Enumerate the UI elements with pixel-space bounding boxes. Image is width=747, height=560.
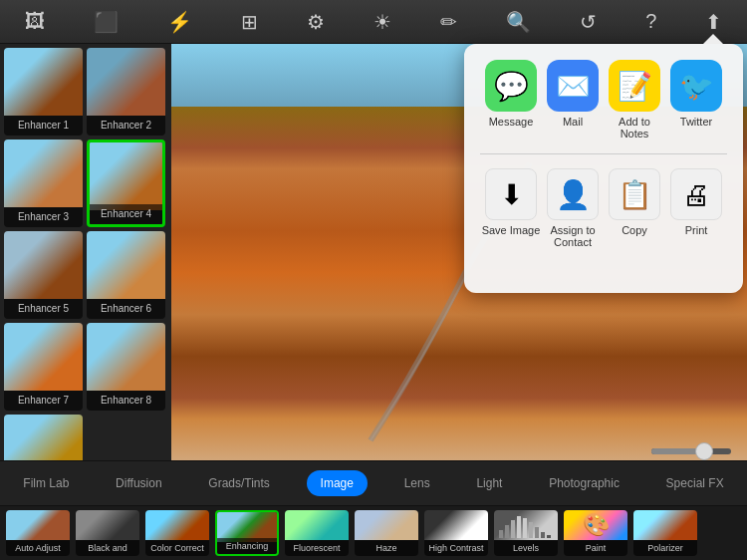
tab-photographic[interactable]: Photographic <box>539 470 629 496</box>
thumbnail-7[interactable]: Enhancer 7 <box>4 323 83 411</box>
share-assign-to-contact[interactable]: 👤Assign to Contact <box>543 168 603 248</box>
share-label2-0: Save Image <box>482 224 541 236</box>
search-icon[interactable]: 🔍 <box>500 10 537 34</box>
filter-label-2: Color Correct <box>145 540 209 556</box>
filter-label-9: Polarizer <box>633 540 697 556</box>
help-icon[interactable]: ? <box>639 10 662 33</box>
slider-track[interactable] <box>651 448 731 454</box>
share-save-image[interactable]: ⬇Save Image <box>481 168 541 248</box>
filter-label-1: Black and White <box>76 540 139 556</box>
popup-divider <box>480 153 727 154</box>
thumbnail-label-1: Enhancer 1 <box>4 116 83 136</box>
share-add-to-notes[interactable]: 📝Add to Notes <box>605 60 664 140</box>
filter-bg-7 <box>494 510 558 540</box>
toolbar: 🖼 ⬛ ⚡ ⊞ ⚙ ☀ ✏ 🔍 ↺ ? ⬆ <box>0 0 747 44</box>
filter-high-contrast[interactable]: High Contrast <box>424 510 488 556</box>
thumbnail-5[interactable]: Enhancer 5 <box>4 231 83 319</box>
filter-color-correct[interactable]: Color Correct <box>145 510 209 556</box>
slider-fill <box>651 448 699 454</box>
thumbnail-panel: Enhancer 1Enhancer 2Enhancer 3Enhancer 4… <box>0 44 171 462</box>
share-copy[interactable]: 📋Copy <box>605 168 664 248</box>
thumbnail-label-6: Enhancer 6 <box>87 299 165 319</box>
filter-fluorescent[interactable]: Fluorescent <box>285 510 349 556</box>
share-label-2: Add to Notes <box>605 116 664 140</box>
svg-rect-0 <box>499 530 503 538</box>
share-icon2-assign-to-contact: 👤 <box>547 168 599 220</box>
filter-paint[interactable]: 🎨Paint <box>564 510 627 556</box>
filter-haze[interactable]: Haze <box>355 510 418 556</box>
tab-diffusion[interactable]: Diffusion <box>106 470 171 496</box>
svg-rect-2 <box>511 520 515 538</box>
thumbnail-label-2: Enhancer 2 <box>87 116 165 136</box>
share-label2-3: Print <box>685 224 708 236</box>
filter-label-5: Haze <box>355 540 418 556</box>
filter-auto-adjust[interactable]: Auto Adjust <box>6 510 70 556</box>
filter-bg-8: 🎨 <box>564 510 627 540</box>
filter-polarizer[interactable]: Polarizer <box>633 510 697 556</box>
thumbnail-4[interactable]: Enhancer 4 <box>87 140 165 227</box>
share-icon-add-to-notes: 📝 <box>609 60 660 112</box>
share-icon-mail: ✉️ <box>547 60 599 112</box>
filter-bg-1 <box>76 510 139 540</box>
tab-lens[interactable]: Lens <box>394 470 440 496</box>
thumbnail-label-8: Enhancer 8 <box>87 391 165 411</box>
filter-label-7: Levels <box>494 540 558 556</box>
filter-bg-2 <box>145 510 209 540</box>
thumbnail-1[interactable]: Enhancer 1 <box>4 48 83 136</box>
share-icon-twitter: 🐦 <box>670 60 722 112</box>
crop-icon[interactable]: ⬛ <box>88 10 124 34</box>
share-icon2-print: 🖨 <box>670 168 722 220</box>
share-message[interactable]: 💬Message <box>481 60 541 140</box>
tab-image[interactable]: Image <box>307 470 368 496</box>
photo-icon[interactable]: 🖼 <box>19 10 51 33</box>
tab-film-lab[interactable]: Film Lab <box>13 470 79 496</box>
grid-icon[interactable]: ⊞ <box>235 10 264 34</box>
thumbnail-6[interactable]: Enhancer 6 <box>87 231 165 319</box>
filter-enhancing[interactable]: Enhancing <box>215 510 279 556</box>
svg-rect-3 <box>517 516 521 538</box>
filter-label-8: Paint <box>564 540 627 556</box>
thumbnail-3[interactable]: Enhancer 3 <box>4 140 83 227</box>
thumbnail-label-4: Enhancer 4 <box>90 204 162 224</box>
refresh-icon[interactable]: ↺ <box>574 10 603 34</box>
thumbnail-2[interactable]: Enhancer 2 <box>87 48 165 136</box>
share-label2-1: Assign to Contact <box>543 224 603 248</box>
sun-icon[interactable]: ☀ <box>368 10 397 34</box>
share-icon[interactable]: ⬆ <box>699 10 728 34</box>
tab-special-fx[interactable]: Special FX <box>656 470 734 496</box>
category-tabs: Film LabDiffusionGrads/TintsImageLensLig… <box>0 460 747 506</box>
filter-bg-4 <box>285 510 349 540</box>
filter-bg-9 <box>633 510 697 540</box>
share-label-1: Mail <box>563 116 583 128</box>
filter-bg-5 <box>355 510 418 540</box>
svg-rect-8 <box>547 535 551 538</box>
thumbnail-9[interactable]: Film Lab <box>4 415 83 462</box>
filter-label-6: High Contrast <box>424 540 488 556</box>
svg-rect-1 <box>505 525 509 538</box>
svg-rect-6 <box>535 527 539 538</box>
share-icon2-copy: 📋 <box>609 168 660 220</box>
share-row-1: 💬Message✉️Mail📝Add to Notes🐦Twitter <box>480 60 727 140</box>
filter-levels[interactable]: Levels <box>494 510 558 556</box>
amount-slider-container <box>645 448 737 454</box>
filter-black-and-white[interactable]: Black and White <box>76 510 139 556</box>
pen-icon[interactable]: ✏ <box>434 10 463 34</box>
share-print[interactable]: 🖨Print <box>666 168 726 248</box>
thumbnail-label-3: Enhancer 3 <box>4 207 83 227</box>
bolt-icon[interactable]: ⚡ <box>161 10 198 34</box>
sliders-icon[interactable]: ⚙ <box>301 10 331 34</box>
share-row-2: ⬇Save Image👤Assign to Contact📋Copy🖨Print <box>480 168 727 248</box>
svg-rect-4 <box>523 518 527 538</box>
slider-thumb[interactable] <box>695 442 713 460</box>
tab-grads-tints[interactable]: Grads/Tints <box>198 470 280 496</box>
share-twitter[interactable]: 🐦Twitter <box>666 60 726 140</box>
filter-bg-6 <box>424 510 488 540</box>
thumbnail-8[interactable]: Enhancer 8 <box>87 323 165 411</box>
svg-rect-7 <box>541 532 545 538</box>
tab-light[interactable]: Light <box>466 470 512 496</box>
thumbnail-label-7: Enhancer 7 <box>4 391 83 411</box>
share-mail[interactable]: ✉️Mail <box>543 60 603 140</box>
share-label-3: Twitter <box>680 116 712 128</box>
filter-strip: Auto AdjustBlack and WhiteColor CorrectE… <box>0 506 747 560</box>
share-icon-message: 💬 <box>485 60 537 112</box>
